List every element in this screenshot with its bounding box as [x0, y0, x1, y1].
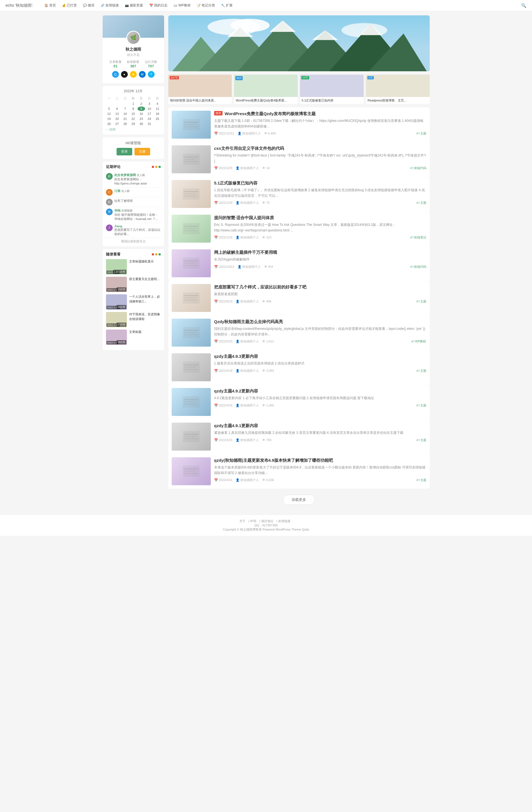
calendar-day[interactable]: 25 — [154, 117, 161, 121]
post-title[interactable]: qzdy主题4.9.2更新内容 — [214, 388, 258, 394]
post-category[interactable]: 🏷主题 — [416, 403, 426, 408]
nav-item-micro[interactable]: 💬微语 — [80, 0, 97, 11]
nav-item-diary[interactable]: 📅我的日志 — [146, 0, 170, 11]
post-thumb[interactable] — [172, 388, 211, 416]
random-post-item[interactable]: 2022-1-7 38次阅 文章标题 — [106, 330, 161, 345]
featured-item[interactable]: 1℃ Readpress部落博客、文艺... — [366, 75, 430, 104]
calendar-day[interactable]: 23 — [138, 117, 145, 121]
post-category[interactable]: 🏷主题 — [416, 369, 426, 373]
post-category[interactable]: 🏷前端代码 — [410, 166, 426, 170]
nav-item-tipped[interactable]: 💰已打赏 — [59, 0, 80, 11]
calendar-day[interactable]: 11 — [154, 106, 161, 111]
post-category[interactable]: 🏷WP教程 — [411, 339, 426, 344]
social-qq[interactable]: Q — [112, 71, 119, 78]
post-title[interactable]: WordPress免费主题Qzdy发布简约极致博客主题 — [225, 111, 316, 117]
calendar-day[interactable]: 21 — [121, 117, 129, 121]
post-thumb[interactable] — [172, 353, 211, 381]
register-button[interactable]: 注册 — [134, 148, 150, 156]
post-category[interactable]: 🏷前端代码 — [410, 265, 426, 269]
load-more-button[interactable]: 加载更多 — [283, 495, 315, 505]
calendar-day[interactable]: 14 — [121, 112, 129, 116]
calendar-day[interactable]: 20 — [113, 117, 121, 121]
calendar-day[interactable]: 27 — [113, 121, 121, 126]
nav-item-home[interactable]: 🏠首页 — [42, 0, 59, 11]
more-comments-link[interactable]: 展现以前的留言点 — [106, 239, 161, 244]
post-thumb[interactable] — [172, 180, 211, 208]
post-category[interactable]: 🏷主题 — [416, 438, 426, 442]
calendar-day[interactable]: 2 — [138, 101, 145, 106]
calendar-day[interactable]: 18 — [154, 112, 161, 116]
post-thumb[interactable] — [172, 111, 211, 139]
calendar-day[interactable]: 12 — [105, 112, 113, 116]
social-mail[interactable]: M — [139, 71, 146, 78]
footer-link-关于[interactable]: 关于 — [239, 519, 245, 523]
post-thumb[interactable] — [172, 423, 211, 451]
calendar-day[interactable]: 1 — [129, 101, 137, 106]
calendar-day[interactable]: 28 — [121, 121, 129, 126]
random-post-item[interactable]: 2022-1-58 27次阅 对于我来说，安进我像在错误课程 — [106, 312, 161, 327]
calendar-day[interactable]: 30 — [138, 121, 145, 126]
calendar-day[interactable]: 22 — [129, 117, 137, 121]
social-weibo[interactable]: ● — [121, 71, 128, 78]
post-category[interactable]: 🏷主题 — [416, 299, 426, 304]
calendar-day[interactable]: 4 — [154, 101, 161, 106]
post-category[interactable]: 🏷前端笔记 — [410, 235, 426, 240]
calendar-day[interactable]: 16 — [138, 112, 145, 116]
post-title[interactable]: css文件引用自定义字体文件包的代码 — [214, 145, 284, 151]
post-category[interactable]: 🏷主题 — [416, 478, 426, 482]
post-thumb[interactable] — [172, 319, 211, 347]
calendar-day[interactable]: 5 — [105, 106, 113, 111]
calendar-prev-link[interactable]: ← 10月 — [105, 128, 161, 132]
nav-item-links[interactable]: 🔗友情链接 — [98, 0, 121, 11]
calendar-day[interactable]: 7 — [121, 106, 129, 111]
post-title[interactable]: qzdy主题4.9.1更新内容 — [214, 423, 258, 429]
calendar-day[interactable]: 29 — [129, 121, 137, 126]
post-thumb[interactable] — [172, 249, 211, 277]
featured-item[interactable]: 知识 WordPress免费主题Qzdy第4版界面... — [234, 75, 298, 104]
post-thumb[interactable] — [172, 145, 211, 173]
footer-link-项目地址[interactable]: 项目地址 — [261, 519, 273, 523]
comment-content: Jiang 把底部重写了几个样式，应该比以前的好看... — [114, 224, 161, 236]
post-title[interactable]: qzdy主题4.9.3更新内容 — [214, 353, 258, 359]
calendar-day[interactable]: 6 — [113, 106, 121, 111]
nav-item-extend[interactable]: 🔧扩展 — [218, 0, 235, 11]
post-thumb[interactable] — [172, 457, 211, 485]
featured-item[interactable]: 221℃ 情问的智慧·适合中国人提问体质... — [168, 75, 232, 104]
post-title[interactable]: Qzdy秋知德雨主题怎么去掉代码高亮 — [214, 319, 283, 324]
post-title[interactable]: 5.1正式版修复已知内容 — [214, 180, 258, 186]
random-post-item[interactable]: 2022-1-12 26次阅 一个人活在世界上，必须拥有锁三... — [106, 294, 161, 310]
social-star[interactable]: ★ — [130, 71, 137, 78]
nav-item-wp[interactable]: 📖WP教程 — [171, 0, 193, 11]
post-thumb[interactable] — [172, 284, 211, 312]
nav-item-photo[interactable]: 📷摄影赏宴 — [122, 0, 146, 11]
post-date: 📅2022/10/22 — [214, 265, 234, 269]
social-twitter[interactable]: T — [148, 71, 155, 78]
calendar-day[interactable]: 17 — [146, 112, 153, 116]
post-category[interactable]: 🏷主题 — [416, 201, 426, 205]
calendar-day[interactable]: 19 — [105, 117, 113, 121]
post-thumb[interactable] — [172, 215, 211, 243]
footer-link-友情链接[interactable]: 友情链接 — [278, 519, 290, 523]
footer-link-申明[interactable]: 申明 — [250, 519, 256, 523]
calendar-today[interactable]: 9 — [138, 106, 145, 111]
post-views: 👁70 — [262, 201, 270, 204]
nav-item-notes[interactable]: 📝笔记分类 — [194, 0, 218, 11]
login-button[interactable]: 登录 — [117, 148, 132, 156]
calendar-day[interactable]: 8 — [129, 106, 137, 111]
calendar-day[interactable]: 3 — [146, 101, 153, 106]
post-title[interactable]: 网上的破解主题插件千万不要用哦 — [214, 249, 277, 255]
calendar-day[interactable]: 26 — [105, 121, 113, 126]
search-icon[interactable]: 🔍 — [521, 3, 527, 8]
post-title[interactable]: 把底部重写了几个样式，应该比以前的好看多了吧 — [214, 284, 306, 290]
calendar-day[interactable]: 13 — [113, 112, 121, 116]
post-title[interactable]: 提问的智慧·适合中国人提问体质 — [214, 215, 274, 220]
random-post-item[interactable]: 2022-2-27 1,011次阅 文章标题随机显示 — [106, 259, 161, 275]
featured-item[interactable]: 19℃ 5.1正式版修复已知内容 — [300, 75, 364, 104]
random-post-item[interactable]: 2022-1-1 23次阅 群主重要天生主题明... — [106, 277, 161, 292]
calendar-day[interactable]: 31 — [146, 121, 153, 126]
post-category[interactable]: 🏷主题 — [416, 131, 426, 135]
calendar-day[interactable]: 24 — [146, 117, 153, 121]
calendar-day[interactable]: 15 — [129, 112, 137, 116]
post-title[interactable]: qzdy(秋知德雨)主题更新发布4.9版本快来了解增加了哪些功能吧 — [214, 457, 333, 463]
calendar-day[interactable]: 10 — [146, 106, 153, 111]
